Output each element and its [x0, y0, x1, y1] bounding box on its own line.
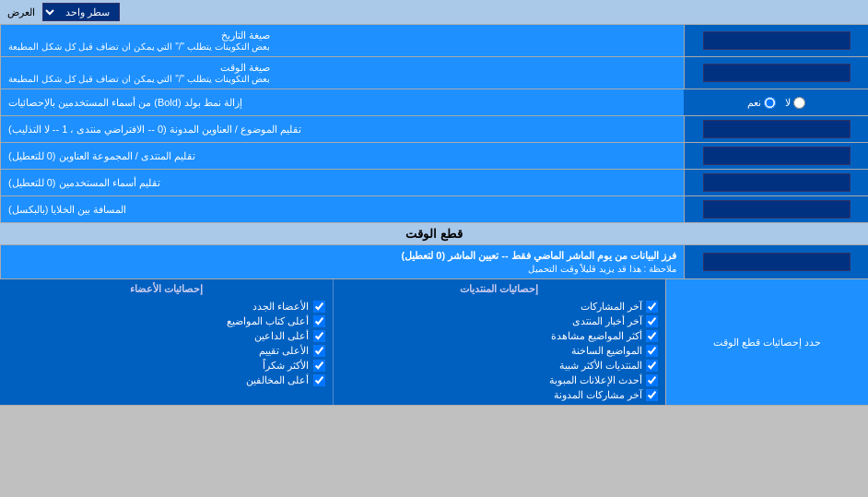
- stats-col1-title: إحصائيات المنتديات: [341, 283, 659, 295]
- forum-limit-input-cell: 33: [684, 143, 868, 169]
- list-item: الأكثر شكراً: [7, 360, 325, 372]
- list-item: أعلى كتاب المواضيع: [7, 315, 325, 327]
- username-limit-label: تقليم أسماء المستخدمين (0 للتعطيل): [0, 170, 684, 195]
- cell-spacing-input-cell: 2: [684, 196, 868, 222]
- topic-limit-row: 33 تقليم الموضوع / العناوين المدونة (0 -…: [0, 116, 868, 143]
- bold-remove-row: لا نعم إزالة نمط بولد (Bold) من أسماء ال…: [0, 89, 868, 116]
- list-item: آخر مشاركات المدونة: [341, 389, 659, 401]
- cell-spacing-input[interactable]: 2: [703, 200, 850, 219]
- list-item: آخر المشاركات: [341, 301, 659, 313]
- forum-limit-row: 33 تقليم المنتدى / المجموعة العناوين (0 …: [0, 143, 868, 170]
- forum-limit-label: تقليم المنتدى / المجموعة العناوين (0 للت…: [0, 143, 684, 169]
- cb-hot-topics[interactable]: [646, 345, 658, 357]
- cell-spacing-row: 2 المسافة بين الخلايا (بالبكسل): [0, 196, 868, 223]
- cb-new-members[interactable]: [313, 301, 325, 313]
- forum-limit-input[interactable]: 33: [703, 147, 850, 165]
- display-select[interactable]: سطر واحدسطرينثلاثة أسطر: [42, 3, 120, 21]
- stats-col2: إحصائيات الأعضاء الأعضاء الجدد أعلى كتاب…: [0, 279, 333, 405]
- date-format-input-cell: d-m: [684, 25, 868, 56]
- date-format-row: d-m صيغة التاريخ بعض التكوينات يتطلب "/"…: [0, 25, 868, 57]
- list-item: المنتديات الأكثر شبية: [341, 360, 659, 372]
- bold-yes-radio[interactable]: [764, 97, 776, 109]
- stats-cols: إحصائيات المنتديات آخر المشاركات آخر أخب…: [0, 279, 665, 405]
- cb-top-rated[interactable]: [313, 345, 325, 357]
- cb-top-violators[interactable]: [313, 374, 325, 386]
- date-format-label: صيغة التاريخ بعض التكوينات يتطلب "/" الت…: [0, 25, 684, 56]
- bold-remove-label: إزالة نمط بولد (Bold) من أسماء المستخدمي…: [0, 89, 684, 115]
- time-format-label: صيغة الوقت بعض التكوينات يتطلب "/" التي …: [0, 57, 684, 89]
- cb-similar-forums[interactable]: [646, 360, 658, 372]
- cb-blog-posts[interactable]: [646, 389, 658, 401]
- list-item: أحدث الإعلانات المبوبة: [341, 374, 659, 386]
- stats-section-label: حدد إحصائيات قطع الوقت: [665, 279, 868, 405]
- time-format-input-cell: H:i: [684, 57, 868, 89]
- cb-top-writers[interactable]: [313, 315, 325, 327]
- realtime-row: 0 فرز البيانات من يوم الماشر الماضي فقط …: [0, 245, 868, 279]
- realtime-label-cell: فرز البيانات من يوم الماشر الماضي فقط --…: [0, 245, 684, 278]
- bold-no-label[interactable]: لا: [785, 97, 805, 109]
- cb-most-viewed[interactable]: [646, 330, 658, 342]
- cb-latest-ads[interactable]: [646, 374, 658, 386]
- list-item: آخر أخبار المنتدى: [341, 315, 659, 327]
- realtime-input[interactable]: 0: [703, 253, 850, 271]
- list-item: أكثر المواضيع مشاهدة: [341, 330, 659, 342]
- topic-limit-input-cell: 33: [684, 116, 868, 142]
- list-item: الأعضاء الجدد: [7, 301, 325, 313]
- date-format-input[interactable]: d-m: [703, 31, 850, 50]
- list-item: الأعلى تقييم: [7, 345, 325, 357]
- bold-yes-label[interactable]: نعم: [747, 97, 776, 109]
- time-format-input[interactable]: H:i: [703, 64, 850, 82]
- username-limit-input[interactable]: 0: [703, 173, 850, 192]
- topic-limit-label: تقليم الموضوع / العناوين المدونة (0 -- ا…: [0, 116, 684, 142]
- cb-last-posts[interactable]: [646, 301, 658, 313]
- stats-col1: إحصائيات المنتديات آخر المشاركات آخر أخب…: [333, 279, 666, 405]
- list-item: المواضيع الساخنة: [341, 345, 659, 357]
- username-limit-row: 0 تقليم أسماء المستخدمين (0 للتعطيل): [0, 170, 868, 196]
- cb-top-inviters[interactable]: [313, 330, 325, 342]
- stats-section: حدد إحصائيات قطع الوقت إحصائيات المنتديا…: [0, 279, 868, 406]
- cb-forum-news[interactable]: [646, 315, 658, 327]
- bold-no-radio[interactable]: [793, 97, 805, 109]
- display-label: العرض: [7, 6, 35, 18]
- realtime-input-cell: 0: [684, 245, 868, 278]
- list-item: أعلى الداعين: [7, 330, 325, 342]
- cb-most-thanked[interactable]: [313, 360, 325, 372]
- realtime-section-header: قطع الوقت: [0, 223, 868, 245]
- stats-col2-title: إحصائيات الأعضاء: [7, 283, 325, 295]
- username-limit-input-cell: 0: [684, 170, 868, 195]
- bold-remove-radio-cell: لا نعم: [684, 89, 868, 115]
- list-item: أعلى المخالفين: [7, 374, 325, 386]
- cell-spacing-label: المسافة بين الخلايا (بالبكسل): [0, 196, 684, 222]
- time-format-row: H:i صيغة الوقت بعض التكوينات يتطلب "/" ا…: [0, 57, 868, 89]
- topic-limit-input[interactable]: 33: [703, 120, 850, 138]
